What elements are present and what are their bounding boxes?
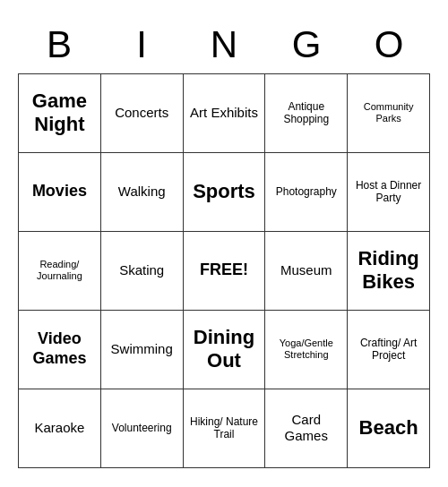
bingo-cell: Reading/ Journaling bbox=[19, 232, 101, 311]
cell-text: Walking bbox=[118, 184, 166, 200]
bingo-letter: O bbox=[348, 20, 430, 73]
bingo-letter: I bbox=[100, 20, 183, 73]
bingo-cell: Art Exhibits bbox=[184, 74, 266, 153]
bingo-grid: Game NightConcertsArt ExhibitsAntique Sh… bbox=[18, 73, 430, 468]
cell-text: Dining Out bbox=[187, 326, 262, 373]
bingo-cell: Antique Shopping bbox=[265, 74, 348, 153]
cell-text: Skating bbox=[119, 262, 164, 278]
cell-text: Community Parks bbox=[351, 101, 426, 124]
cell-text: Host a Dinner Party bbox=[351, 179, 426, 205]
bingo-cell: Movies bbox=[19, 153, 101, 232]
cell-text: Reading/ Journaling bbox=[22, 259, 97, 282]
bingo-cell: Sports bbox=[184, 153, 266, 232]
cell-text: Swimming bbox=[111, 341, 173, 357]
bingo-cell: Swimming bbox=[101, 311, 184, 389]
bingo-cell: Crafting/ Art Project bbox=[348, 311, 430, 389]
bingo-cell: Yoga/Gentle Stretching bbox=[265, 311, 348, 389]
bingo-letter: B bbox=[18, 20, 100, 73]
bingo-cell: Hiking/ Nature Trail bbox=[184, 389, 266, 468]
bingo-cell: FREE! bbox=[184, 232, 266, 311]
bingo-cell: Volunteering bbox=[101, 389, 184, 468]
cell-text: Karaoke bbox=[34, 420, 84, 436]
cell-text: Game Night bbox=[22, 90, 97, 137]
bingo-cell: Video Games bbox=[19, 311, 101, 389]
bingo-cell: Karaoke bbox=[19, 389, 101, 468]
cell-text: Beach bbox=[359, 416, 418, 440]
cell-text: FREE! bbox=[200, 261, 248, 280]
bingo-cell: Dining Out bbox=[184, 311, 266, 389]
cell-text: Sports bbox=[193, 180, 255, 203]
cell-text: Movies bbox=[32, 182, 87, 201]
bingo-letter: G bbox=[265, 20, 348, 73]
bingo-cell: Photography bbox=[265, 153, 348, 232]
bingo-cell: Walking bbox=[101, 153, 184, 232]
bingo-cell: Game Night bbox=[19, 74, 101, 153]
bingo-cell: Riding Bikes bbox=[348, 232, 430, 311]
cell-text: Antique Shopping bbox=[269, 100, 343, 126]
cell-text: Museum bbox=[280, 262, 332, 278]
bingo-card: BINGO Game NightConcertsArt ExhibitsAnti… bbox=[9, 11, 439, 477]
bingo-header: BINGO bbox=[18, 20, 430, 73]
bingo-cell: Skating bbox=[101, 232, 184, 311]
cell-text: Video Games bbox=[22, 329, 97, 368]
bingo-cell: Museum bbox=[265, 232, 348, 311]
bingo-cell: Concerts bbox=[101, 74, 184, 153]
cell-text: Photography bbox=[276, 185, 337, 198]
bingo-cell: Community Parks bbox=[348, 74, 430, 153]
cell-text: Hiking/ Nature Trail bbox=[187, 415, 262, 441]
bingo-letter: N bbox=[183, 20, 265, 73]
bingo-cell: Card Games bbox=[265, 389, 348, 468]
cell-text: Art Exhibits bbox=[190, 105, 258, 121]
cell-text: Yoga/Gentle Stretching bbox=[269, 337, 343, 361]
cell-text: Volunteering bbox=[112, 422, 172, 434]
bingo-cell: Host a Dinner Party bbox=[348, 153, 430, 232]
cell-text: Concerts bbox=[115, 105, 168, 121]
cell-text: Riding Bikes bbox=[351, 247, 426, 295]
cell-text: Crafting/ Art Project bbox=[351, 337, 426, 363]
bingo-cell: Beach bbox=[348, 389, 430, 468]
cell-text: Card Games bbox=[269, 412, 343, 444]
